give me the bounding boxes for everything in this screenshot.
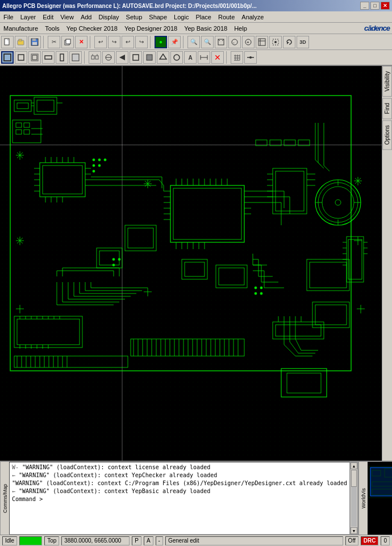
svg-point-214 [104,159,106,161]
menubar-primary: File Layer Edit View Add Display Setup S… [0,11,392,23]
zoom-next-button[interactable]: + [242,36,255,48]
fill-btn[interactable] [143,51,156,64]
status-mode1[interactable]: P [132,536,141,545]
minimize-button[interactable]: _ [360,2,369,10]
menu-yep-basic[interactable]: Yep Basic 2018 [181,24,231,33]
status-layer: Top [44,536,59,545]
svg-rect-3 [19,39,22,41]
maximize-button[interactable]: □ [370,2,380,10]
select3-btn[interactable] [28,51,41,64]
log-prefix-0: W- [12,464,22,470]
visibility-tab[interactable]: Visibility [382,66,392,97]
undo-button[interactable]: ↩ [94,36,107,48]
scroll-thumb[interactable] [351,470,357,487]
run-button[interactable]: ● [155,36,167,48]
svg-point-217 [93,170,95,172]
status-drc[interactable]: DRC [361,536,379,545]
menu-yep-designer[interactable]: Yep Designer 2018 [121,24,181,33]
menu-file[interactable]: File [0,13,17,22]
scroll-down-btn[interactable]: ▼ [351,527,357,534]
select2-btn[interactable] [15,51,27,64]
3d-button[interactable]: 3D [297,36,309,48]
cut-button[interactable]: ✂ [48,36,60,48]
menu-help[interactable]: Help [231,24,251,33]
rect-btn[interactable] [130,51,142,64]
menu-edit[interactable]: Edit [39,13,57,22]
menu-display[interactable]: Display [95,13,122,22]
separator [43,36,45,48]
menu-logic[interactable]: Logic [170,13,192,22]
menu-add[interactable]: Add [77,13,95,22]
status-coordinates: 3880.0000, 6665.0000 [61,536,130,545]
svg-rect-22 [4,54,11,61]
menu-tools[interactable]: Tools [41,24,63,33]
grid-btn[interactable] [231,51,243,64]
main-area: Visibility Find Options [0,66,392,461]
menu-analyze[interactable]: Analyze [238,13,267,22]
command-side-label[interactable]: Comms/Map [0,462,9,535]
log-text-1: "WARNING" (loadContext): context YepChec… [19,472,217,478]
scroll-up-btn[interactable]: ▲ [351,462,357,469]
log-line-4: Command > [12,495,347,503]
redo2-button[interactable]: ↪ [135,36,148,48]
pin-button[interactable]: 📌 [168,36,181,48]
scroll-track[interactable] [351,470,357,527]
log-line-1: ← "WARNING" (loadContext): context YepCh… [12,471,347,479]
menu-view[interactable]: View [57,13,77,22]
poly-btn[interactable] [157,51,169,64]
log-output: W- "WARNING" (loadContext): context lice… [9,462,350,535]
route-btn[interactable] [89,51,101,64]
find-tab[interactable]: Find [382,98,392,119]
menu-layer[interactable]: Layer [17,13,40,22]
pcb-canvas-area[interactable] [0,66,382,461]
svg-rect-23 [18,55,24,60]
undo2-button[interactable]: ↩ [122,36,134,48]
new-button[interactable] [1,36,14,48]
menu-setup[interactable]: Setup [123,13,146,22]
spin-button[interactable] [283,36,295,48]
menu-shape[interactable]: Shape [145,13,170,22]
log-text-0: "WARNING" (loadContext): context license… [22,464,210,470]
svg-point-220 [112,264,115,266]
zoom-out-button[interactable]: 🔍 [201,36,214,48]
svg-point-39 [174,55,180,60]
worldview-label: WorldVis [358,462,368,535]
line-btn[interactable] [102,51,115,64]
open-button[interactable] [15,36,27,48]
select6-btn[interactable] [69,51,82,64]
toolbar-primary: ✂ ✕ ↩ ↪ ↩ ↪ ● 📌 🔍 🔍 - + 3D [0,34,392,50]
log-scrollbar[interactable]: ▲ ▼ [350,462,358,535]
close-button[interactable]: ✕ [381,2,390,10]
svg-rect-6 [32,42,37,45]
arrow-btn[interactable] [116,51,128,64]
svg-point-222 [260,287,262,289]
zoom-world-button[interactable] [256,36,268,48]
status-indicator [19,536,42,545]
zoom-fit-button[interactable] [215,36,227,48]
delete-button[interactable]: ✕ [75,36,87,48]
copy-button[interactable] [61,36,74,48]
menu-manufacture[interactable]: Manufacture [0,24,41,33]
select4-btn[interactable] [42,51,55,64]
redo-button[interactable]: ↪ [108,36,120,48]
menu-route[interactable]: Route [215,13,238,22]
save-button[interactable] [28,36,41,48]
zoom-prev-button[interactable]: - [228,36,241,48]
xbtn[interactable]: ✕ [211,51,224,64]
text-btn[interactable]: A [184,51,197,64]
svg-rect-5 [32,39,36,41]
select-btn[interactable] [1,51,14,64]
svg-point-20 [274,41,277,43]
circle-btn[interactable] [170,51,183,64]
select5-btn[interactable] [56,51,68,64]
connect-btn[interactable] [244,51,257,64]
menu-place[interactable]: Place [192,13,215,22]
dim-btn[interactable] [198,51,210,64]
zoom-area-button[interactable] [269,36,282,48]
options-tab[interactable]: Options [382,120,392,150]
svg-point-213 [98,159,101,161]
status-mode2[interactable]: A [144,536,153,545]
zoom-in-button[interactable]: 🔍 [187,36,200,48]
svg-point-216 [98,164,101,167]
menu-yep-checker[interactable]: Yep Checker 2018 [63,24,121,33]
